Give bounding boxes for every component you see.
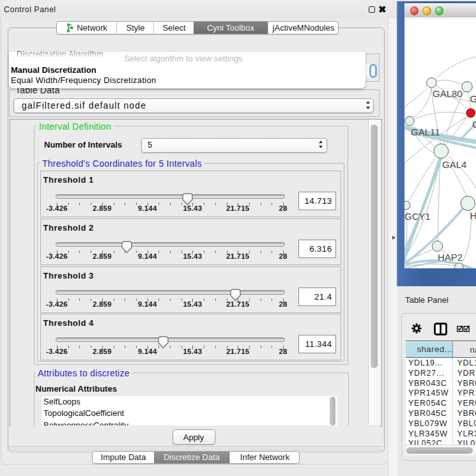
svg-text:C: C xyxy=(472,119,476,130)
svg-text:GAL80: GAL80 xyxy=(433,88,463,99)
svg-text:GAL4: GAL4 xyxy=(442,159,466,170)
svg-text:HAP2: HAP2 xyxy=(438,252,463,263)
svg-text:GCY1: GCY1 xyxy=(404,211,431,222)
svg-text:HA: HA xyxy=(470,210,476,221)
svg-text:GA: GA xyxy=(470,93,476,104)
svg-text:GAL11: GAL11 xyxy=(411,127,440,137)
